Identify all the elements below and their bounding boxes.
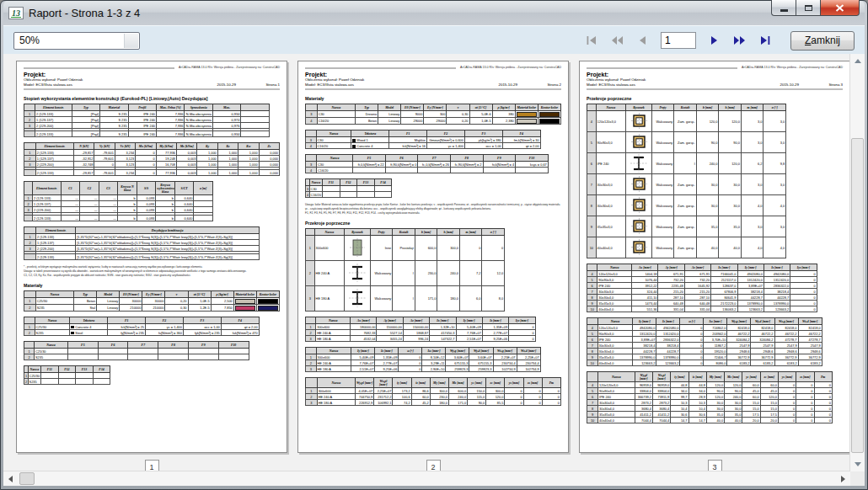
last-page-button[interactable] [755, 31, 775, 50]
cell: 2 (229-200) [33, 207, 62, 213]
cell: 675155,3 [469, 360, 493, 366]
cell: 0 [523, 388, 542, 394]
column-header: Wy,d [mm³] [469, 348, 493, 354]
column-header: F10 [218, 342, 249, 349]
cell [40, 373, 58, 379]
scroll-down-button[interactable] [850, 457, 865, 471]
cell: 67806,9 [711, 289, 737, 295]
scroll-right-button[interactable] [836, 471, 850, 486]
cell [24, 131, 35, 137]
cell: 2 (229-200) [35, 246, 75, 252]
cell: 6,0 [459, 286, 482, 312]
cell: 30000 [120, 298, 142, 305]
cell: 0 [680, 360, 704, 366]
column-header: Element konstr. [35, 104, 72, 111]
cell: 0 [505, 394, 523, 400]
column-header: Vz [kN] [115, 143, 135, 150]
window-close-button[interactable] [820, 0, 860, 16]
column-header [24, 227, 36, 234]
column-header: Iz [mm⁴] [656, 318, 680, 325]
scroll-up-button[interactable] [850, 54, 865, 68]
next-fast-button[interactable] [730, 31, 750, 50]
window-title: Raport - Strona 1-3 z 4 [29, 7, 140, 19]
cell [241, 131, 270, 137]
column-header: zc [mm] [760, 372, 778, 382]
cell: S235 [34, 354, 67, 360]
cell: 675155,3 [446, 360, 469, 366]
zoom-dropdown-button[interactable] [124, 34, 138, 48]
cell: 732,20 [684, 277, 710, 283]
vertical-scrollbar-thumb[interactable] [851, 138, 864, 453]
vertical-scrollbar[interactable] [849, 54, 865, 471]
cell: 30,0 [719, 195, 742, 216]
column-header: F9 [188, 342, 218, 349]
cell: 46722,2 [774, 331, 798, 337]
first-page-button[interactable] [581, 31, 602, 50]
column-header: ω [-] [680, 318, 704, 325]
horizontal-scrollbar-thumb[interactable] [19, 472, 35, 485]
cell: Steel [70, 330, 108, 336]
cell: 14,7 [689, 418, 706, 423]
cell: 6,2 [741, 153, 764, 174]
horizontal-scrollbar[interactable] [3, 471, 850, 486]
cell: 45,0 [742, 388, 760, 394]
zoom-select[interactable]: 50% [13, 32, 140, 50]
title-bar[interactable]: 13 Raport - Strona 1-3 z 4 [3, 1, 865, 25]
cell: b [156, 201, 175, 207]
next-page-button[interactable] [705, 31, 725, 50]
materials-table: NazwaTypModelE0 [N/mm²]Ey [N/mm²]ναt [1/… [305, 104, 561, 125]
cell: 366739,2 [635, 394, 652, 400]
cell: 331,04 [684, 306, 710, 312]
cell: 1,0E-5 [188, 298, 211, 305]
cell: 3 [306, 137, 317, 143]
column-header: Nazwa [35, 317, 70, 324]
cell: 120,0 [696, 111, 719, 132]
materials-f5-table: NazwaF5F6F7F8F9F103C30ft,0,k[N/mm²] = 22… [305, 154, 549, 173]
page-number-input[interactable] [661, 32, 696, 49]
project-label: Projekt: [587, 72, 843, 77]
column-header: Iyz [mm⁴] [790, 264, 817, 271]
cell: 1378990,0 [633, 354, 656, 360]
color-swatch [539, 119, 560, 124]
column-header: Rysunek [626, 104, 652, 111]
cell [233, 298, 256, 305]
scroll-left-button[interactable] [3, 471, 18, 486]
cell: 230,0 [415, 261, 437, 286]
cell: Walcowany [651, 237, 674, 258]
cell: 1404,18 [632, 271, 658, 277]
prev-fast-button[interactable] [607, 31, 627, 50]
column-header: Tekstura [70, 317, 108, 324]
maximize-button[interactable] [796, 0, 820, 16]
close-button[interactable]: Zamknij [790, 31, 855, 51]
texture-swatch [71, 326, 74, 329]
cell: IPE 240 [597, 337, 633, 343]
cell: I [674, 153, 697, 174]
cell: Zam. gorąc. [674, 111, 697, 132]
cell: Liniowy [378, 118, 401, 125]
cell: IPE 240 [128, 123, 156, 129]
cell: IPE 240 [596, 153, 625, 174]
cell: N-Mw-obciążenia [185, 111, 212, 117]
column-header: Wz,g [mm³] [493, 348, 517, 354]
cell: 90,0 [706, 388, 724, 394]
cell: 2836322,0 [656, 337, 680, 343]
cell: 17,5 [742, 412, 760, 418]
cell [626, 174, 652, 195]
column-header: Ay [mm²] [658, 264, 684, 271]
prev-page-button[interactable] [632, 31, 652, 50]
project-label: Projekt: [24, 72, 280, 77]
cell: 0 [814, 412, 832, 418]
column-header [587, 318, 598, 325]
cell: 3,89E+07 [633, 337, 656, 343]
cell: 3 [306, 111, 318, 118]
minimize-button[interactable] [771, 0, 796, 16]
cell: 0,093 [137, 216, 156, 221]
column-header [306, 130, 317, 137]
column-header: Iy [mm⁴] [633, 318, 656, 325]
cell: -79,601 [94, 156, 115, 162]
section-drawing-shs-icon [629, 133, 649, 152]
cell [194, 201, 213, 207]
cell: 0 [790, 301, 817, 306]
section-areas-table: NazwaAx [mm²]Ay [mm²]Az [mm²]Ix [mm⁴]Iy … [587, 264, 817, 312]
column-header: Nazwa [314, 229, 344, 236]
